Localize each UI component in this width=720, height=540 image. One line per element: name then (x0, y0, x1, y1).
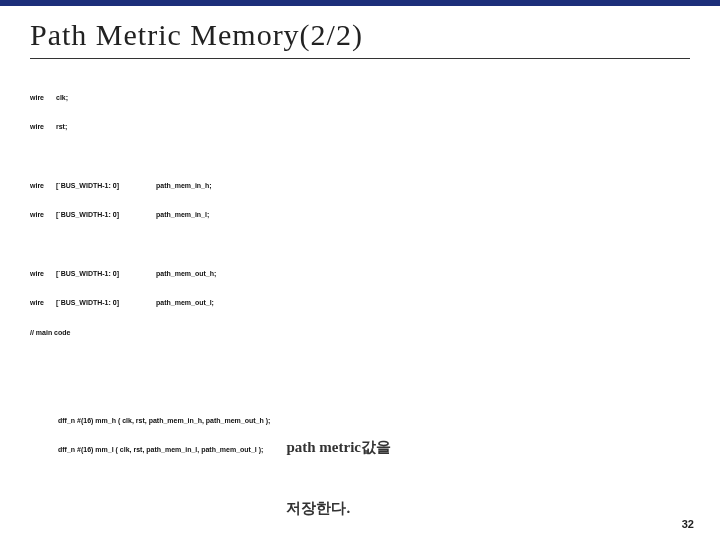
annotation-line1: path metric값을 (286, 437, 391, 457)
sig-pmi-l: path_mem_in_l; (156, 210, 209, 220)
page-title: Path Metric Memory(2/2) (30, 18, 690, 59)
sig-pmi-h: path_mem_in_h; (156, 181, 212, 191)
sig-rst: rst; (56, 122, 67, 132)
bus-width: [`BUS_WIDTH-1: 0] (56, 210, 156, 220)
kw-wire: wire (30, 210, 56, 220)
kw-wire: wire (30, 93, 56, 103)
dff-and-annotation: dff_n #(16) mm_h ( clk, rst, path_mem_in… (30, 396, 690, 540)
annotation-line2: 저장한다. (286, 498, 391, 518)
bus-width: [`BUS_WIDTH-1: 0] (56, 269, 156, 279)
dff-inst-h: dff_n #(16) mm_h ( clk, rst, path_mem_in… (58, 416, 270, 426)
kw-wire: wire (30, 298, 56, 308)
sig-pmo-h: path_mem_out_h; (156, 269, 216, 279)
kw-wire: wire (30, 181, 56, 191)
sig-clk: clk; (56, 93, 68, 103)
slide-content: Path Metric Memory(2/2) wireclk; wirerst… (0, 6, 720, 540)
bus-width: [`BUS_WIDTH-1: 0] (56, 298, 156, 308)
sig-pmo-l: path_mem_out_l; (156, 298, 214, 308)
page-number: 32 (682, 518, 694, 530)
comment-main: // main code (30, 328, 690, 338)
bus-width: [`BUS_WIDTH-1: 0] (56, 181, 156, 191)
kw-wire: wire (30, 122, 56, 132)
code-block: wireclk; wirerst; wire[`BUS_WIDTH-1: 0]p… (30, 73, 690, 540)
annotation-text: path metric값을 저장한다. (286, 396, 391, 540)
kw-wire: wire (30, 269, 56, 279)
dff-inst-l: dff_n #(16) mm_l ( clk, rst, path_mem_in… (58, 445, 270, 455)
